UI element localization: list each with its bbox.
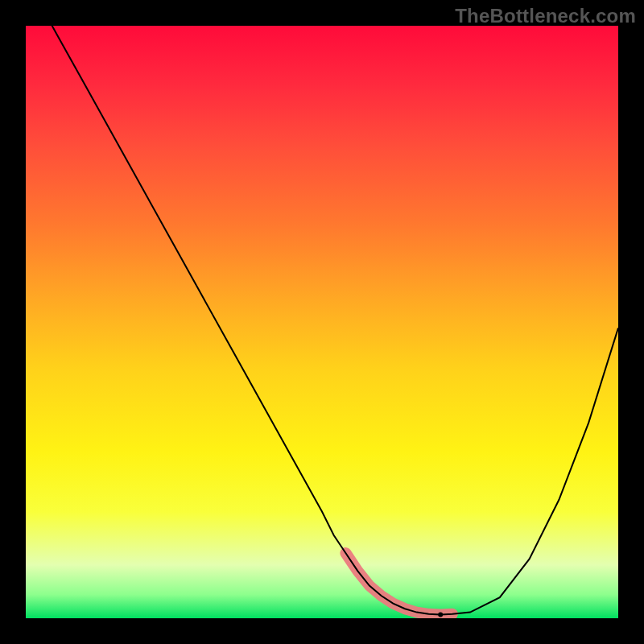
minimum-dot [438,613,443,617]
plot-area [26,26,618,618]
curve-svg [26,26,618,618]
bottleneck-curve [26,26,618,615]
chart-frame: TheBottleneck.com [0,0,644,644]
attribution-watermark: TheBottleneck.com [455,5,636,27]
